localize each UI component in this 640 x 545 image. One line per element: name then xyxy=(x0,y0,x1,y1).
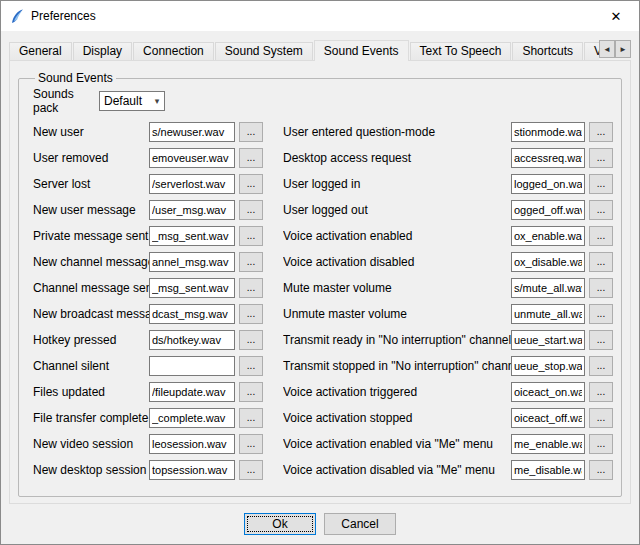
browse-button[interactable]: ... xyxy=(239,356,263,376)
browse-button[interactable]: ... xyxy=(589,174,613,194)
browse-button[interactable]: ... xyxy=(239,304,263,324)
browse-button[interactable]: ... xyxy=(589,330,613,350)
sound-file-input[interactable] xyxy=(511,304,585,324)
browse-button[interactable]: ... xyxy=(589,122,613,142)
sound-event-label: New desktop session xyxy=(33,463,149,477)
right-column: User entered question-mode...Desktop acc… xyxy=(283,119,613,483)
sound-file-input[interactable] xyxy=(149,408,235,428)
browse-button[interactable]: ... xyxy=(239,226,263,246)
tab-sound-system[interactable]: Sound System xyxy=(215,42,313,61)
sound-file-input[interactable] xyxy=(511,226,585,246)
sound-event-label: User logged in xyxy=(283,177,511,191)
sound-event-label: New video session xyxy=(33,437,149,451)
sound-file-input[interactable] xyxy=(149,278,235,298)
browse-button[interactable]: ... xyxy=(589,382,613,402)
sound-file-input[interactable] xyxy=(149,434,235,454)
sound-file-input[interactable] xyxy=(149,356,235,376)
dialog-content: GeneralDisplayConnectionSound SystemSoun… xyxy=(1,31,639,544)
sound-file-input[interactable] xyxy=(511,278,585,298)
tab-scroll-right-icon[interactable]: ► xyxy=(615,40,631,58)
dialog-button-row: Ok Cancel xyxy=(9,504,631,544)
sound-file-input[interactable] xyxy=(511,148,585,168)
sound-event-row: New video session... xyxy=(33,431,271,457)
sound-event-row: Files updated... xyxy=(33,379,271,405)
sound-event-row: User removed... xyxy=(33,145,271,171)
sound-file-input[interactable] xyxy=(511,382,585,402)
sound-file-input[interactable] xyxy=(149,148,235,168)
sound-event-label: Voice activation triggered xyxy=(283,385,511,399)
browse-button[interactable]: ... xyxy=(239,408,263,428)
sound-event-row: User logged in... xyxy=(283,171,613,197)
browse-button[interactable]: ... xyxy=(589,252,613,272)
sound-file-input[interactable] xyxy=(149,226,235,246)
browse-button[interactable]: ... xyxy=(239,460,263,480)
sound-event-row: Transmit stopped in "No interruption" ch… xyxy=(283,353,613,379)
browse-button[interactable]: ... xyxy=(589,460,613,480)
sound-event-label: Transmit ready in "No interruption" chan… xyxy=(283,333,511,347)
browse-button[interactable]: ... xyxy=(239,148,263,168)
close-icon[interactable]: ✕ xyxy=(593,1,639,31)
sounds-pack-value: Default xyxy=(104,94,150,108)
sound-file-input[interactable] xyxy=(511,460,585,480)
sound-file-input[interactable] xyxy=(149,174,235,194)
browse-button[interactable]: ... xyxy=(589,200,613,220)
tab-video[interactable]: Video xyxy=(584,42,599,61)
tab-general[interactable]: General xyxy=(9,42,72,61)
browse-button[interactable]: ... xyxy=(589,356,613,376)
sound-file-input[interactable] xyxy=(149,382,235,402)
sound-event-label: Voice activation disabled xyxy=(283,255,511,269)
browse-button[interactable]: ... xyxy=(589,148,613,168)
browse-button[interactable]: ... xyxy=(239,174,263,194)
sound-file-input[interactable] xyxy=(511,200,585,220)
sound-event-row: Mute master volume... xyxy=(283,275,613,301)
sound-file-input[interactable] xyxy=(149,122,235,142)
sound-file-input[interactable] xyxy=(511,434,585,454)
sound-file-input[interactable] xyxy=(149,330,235,350)
tab-text-to-speech[interactable]: Text To Speech xyxy=(410,42,512,61)
browse-button[interactable]: ... xyxy=(589,278,613,298)
tab-display[interactable]: Display xyxy=(73,42,132,61)
left-column: New user...User removed...Server lost...… xyxy=(33,119,271,483)
browse-button[interactable]: ... xyxy=(589,408,613,428)
sound-event-label: New user xyxy=(33,125,149,139)
sound-event-row: Voice activation enabled via "Me" menu..… xyxy=(283,431,613,457)
tab-list: GeneralDisplayConnectionSound SystemSoun… xyxy=(9,39,599,61)
browse-button[interactable]: ... xyxy=(589,226,613,246)
sound-event-row: Unmute master volume... xyxy=(283,301,613,327)
browse-button[interactable]: ... xyxy=(239,434,263,454)
sound-file-input[interactable] xyxy=(149,200,235,220)
sound-file-input[interactable] xyxy=(149,460,235,480)
sound-file-input[interactable] xyxy=(511,408,585,428)
browse-button[interactable]: ... xyxy=(239,278,263,298)
tab-connection[interactable]: Connection xyxy=(133,42,214,61)
sound-event-label: Voice activation stopped xyxy=(283,411,511,425)
sound-file-input[interactable] xyxy=(511,330,585,350)
sound-event-label: Transmit stopped in "No interruption" ch… xyxy=(283,359,511,373)
sound-file-input[interactable] xyxy=(511,252,585,272)
sound-event-row: User logged out... xyxy=(283,197,613,223)
tab-sound-events[interactable]: Sound Events xyxy=(314,40,409,61)
browse-button[interactable]: ... xyxy=(239,382,263,402)
browse-button[interactable]: ... xyxy=(589,434,613,454)
tab-scroll-left-icon[interactable]: ◄ xyxy=(599,40,615,58)
sound-file-input[interactable] xyxy=(149,252,235,272)
ok-button[interactable]: Ok xyxy=(244,513,316,535)
browse-button[interactable]: ... xyxy=(239,330,263,350)
sounds-pack-select[interactable]: Default ▾ xyxy=(99,91,165,111)
sound-event-row: Channel message sent... xyxy=(33,275,271,301)
browse-button[interactable]: ... xyxy=(589,304,613,324)
sound-file-input[interactable] xyxy=(511,174,585,194)
browse-button[interactable]: ... xyxy=(239,122,263,142)
sound-file-input[interactable] xyxy=(149,304,235,324)
sound-file-input[interactable] xyxy=(511,356,585,376)
browse-button[interactable]: ... xyxy=(239,200,263,220)
browse-button[interactable]: ... xyxy=(239,252,263,272)
sound-events-groupbox: Sound Events Sounds pack Default ▾ New u… xyxy=(18,71,622,497)
sound-file-input[interactable] xyxy=(511,122,585,142)
tab-shortcuts[interactable]: Shortcuts xyxy=(512,42,583,61)
sound-event-label: User removed xyxy=(33,151,149,165)
cancel-button[interactable]: Cancel xyxy=(324,513,396,535)
sound-event-row: New user... xyxy=(33,119,271,145)
sound-event-row: New broadcast message... xyxy=(33,301,271,327)
sound-event-row: Voice activation disabled... xyxy=(283,249,613,275)
